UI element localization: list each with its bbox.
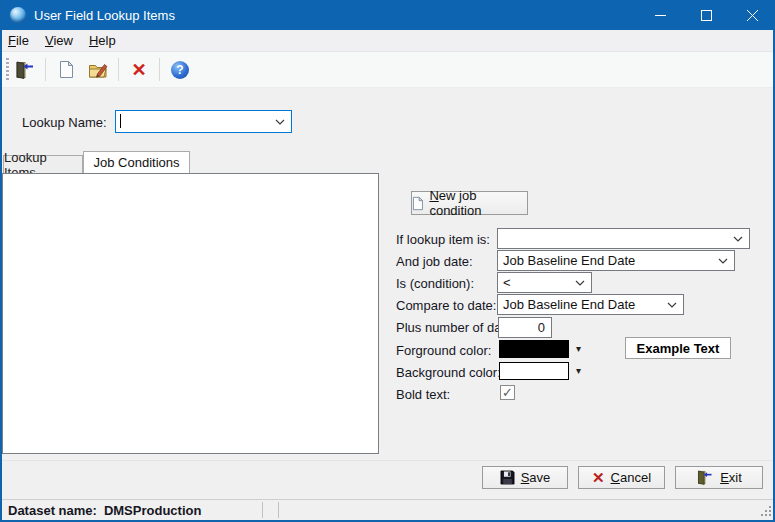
exit-door-icon — [696, 469, 714, 486]
toolbar-exit-button[interactable] — [10, 56, 40, 84]
tab-job-conditions[interactable]: Job Conditions — [83, 151, 190, 173]
chevron-down-icon — [667, 302, 677, 308]
background-color-dropdown[interactable]: ▾ — [571, 362, 586, 380]
minimize-button[interactable] — [637, 0, 683, 30]
foreground-color-dropdown[interactable]: ▾ — [571, 340, 586, 358]
resize-grip-icon[interactable] — [759, 504, 771, 516]
save-floppy-icon — [500, 470, 515, 485]
menu-file[interactable]: File — [0, 30, 37, 51]
dataset-label: Dataset name: — [8, 503, 97, 518]
close-icon — [747, 10, 758, 21]
dataset-status: Dataset name:DMSProduction — [8, 503, 201, 518]
chevron-down-icon — [733, 236, 743, 242]
background-color-swatch[interactable] — [499, 362, 569, 380]
minimize-icon — [655, 10, 666, 21]
bold-text-checkbox[interactable]: ✓ — [500, 385, 515, 400]
menubar: File View Help — [0, 30, 775, 52]
job-conditions-listbox[interactable] — [2, 173, 379, 454]
statusbar-separator — [278, 502, 279, 518]
toolbar: ✕ ? — [0, 52, 775, 88]
toolbar-separator — [45, 58, 46, 81]
app-icon — [10, 7, 26, 23]
foreground-color-label: Forground color: — [396, 343, 491, 358]
lookup-name-label: Lookup Name: — [22, 115, 107, 130]
compare-date-value: Job Baseline End Date — [503, 297, 635, 312]
statusbar-separator — [262, 502, 263, 518]
titlebar: User Field Lookup Items — [0, 0, 775, 30]
bold-text-label: Bold text: — [396, 387, 450, 402]
days-value: 0 — [538, 320, 545, 335]
text-caret — [120, 114, 121, 128]
tab-lookup-items[interactable]: Lookup Items — [3, 155, 83, 173]
compare-date-combobox[interactable]: Job Baseline End Date — [497, 294, 684, 315]
new-job-condition-button[interactable]: New job condition — [411, 191, 528, 215]
app-window: User Field Lookup Items File View Help — [0, 0, 775, 522]
background-color-label: Background color: — [396, 365, 501, 380]
toolbar-separator — [159, 58, 160, 81]
check-icon: ✓ — [502, 386, 513, 399]
new-document-icon — [58, 60, 74, 79]
job-date-value: Job Baseline End Date — [503, 253, 635, 268]
toolbar-open-button[interactable] — [83, 56, 113, 84]
dropdown-arrow-icon: ▾ — [576, 343, 581, 354]
condition-combobox[interactable]: < — [497, 272, 592, 293]
close-button[interactable] — [729, 0, 775, 30]
example-text-preview: Example Text — [625, 337, 731, 359]
delete-x-icon: ✕ — [131, 61, 146, 79]
open-folder-edit-icon — [88, 61, 109, 79]
job-date-label: And job date: — [396, 254, 473, 269]
toolbar-delete-button[interactable]: ✕ — [124, 56, 154, 84]
help-icon: ? — [171, 61, 189, 79]
chevron-down-icon — [575, 280, 585, 286]
cancel-button[interactable]: ✕ Cancel — [578, 466, 665, 489]
toolbar-grip[interactable] — [6, 58, 9, 82]
toolbar-separator — [118, 58, 119, 81]
cancel-x-icon: ✕ — [592, 470, 605, 485]
job-date-combobox[interactable]: Job Baseline End Date — [497, 250, 735, 271]
dataset-value: DMSProduction — [104, 503, 202, 518]
save-button[interactable]: Save — [482, 466, 568, 489]
condition-label: Is (condition): — [396, 276, 474, 291]
lookup-item-combobox[interactable] — [497, 228, 750, 249]
exit-door-icon — [14, 60, 36, 80]
exit-button[interactable]: Exit — [675, 466, 763, 489]
condition-value: < — [503, 275, 511, 290]
foreground-color-swatch[interactable] — [499, 340, 569, 358]
menu-help[interactable]: Help — [81, 30, 124, 51]
days-input[interactable]: 0 — [498, 317, 552, 338]
menu-view[interactable]: View — [37, 30, 81, 51]
new-document-icon — [412, 196, 423, 211]
lookup-name-combobox[interactable] — [115, 110, 292, 133]
footer-divider — [0, 460, 775, 461]
chevron-down-icon — [718, 258, 728, 264]
statusbar: Dataset name:DMSProduction — [0, 499, 775, 520]
window-controls — [637, 0, 775, 30]
window-title: User Field Lookup Items — [34, 8, 175, 23]
toolbar-new-button[interactable] — [51, 56, 81, 84]
chevron-down-icon — [275, 119, 285, 125]
dropdown-arrow-icon: ▾ — [576, 365, 581, 376]
toolbar-help-button[interactable]: ? — [165, 56, 195, 84]
compare-date-label: Compare to date: — [396, 298, 496, 313]
maximize-button[interactable] — [683, 0, 729, 30]
lookup-item-label: If lookup item is: — [396, 232, 490, 247]
maximize-icon — [701, 10, 712, 21]
